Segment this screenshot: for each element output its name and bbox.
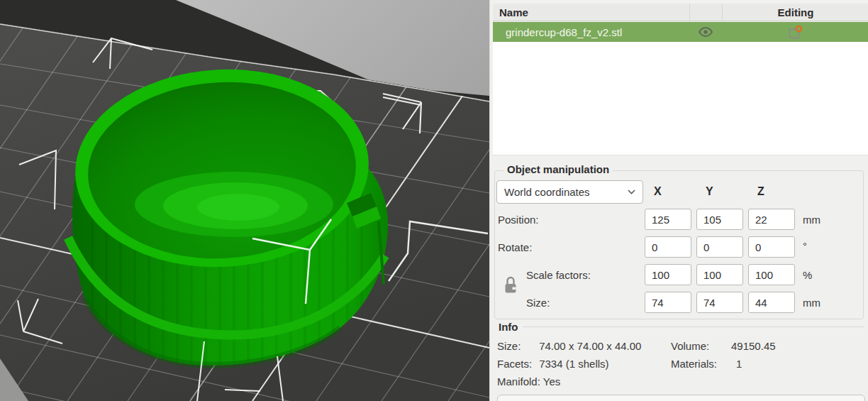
column-header-editing: Editing bbox=[722, 4, 868, 21]
info-row-facets: Facets: 7334 (1 shells) Materials: 1 bbox=[497, 358, 866, 370]
info-facets-value: 7334 (1 shells) bbox=[539, 358, 608, 370]
info-materials-label: Materials: bbox=[671, 358, 717, 370]
name-column-label: Name bbox=[499, 6, 528, 18]
size-z-input[interactable] bbox=[748, 292, 795, 313]
info-row-manifold: Manifold: Yes bbox=[497, 375, 866, 388]
slicer-window: Name Editing grindercup-d68_fz_v2.stl bbox=[0, 0, 868, 401]
object-list-empty-area[interactable] bbox=[493, 42, 868, 155]
scale-unit: % bbox=[803, 269, 812, 281]
column-header-name: Name bbox=[493, 4, 689, 21]
info-facets-label: Facets: bbox=[497, 358, 536, 370]
3d-scene[interactable] bbox=[0, 0, 489, 401]
cup-floor-highlight bbox=[197, 194, 279, 221]
info-size-label: Size: bbox=[497, 340, 536, 352]
rotate-z-input[interactable] bbox=[748, 236, 795, 258]
info-volume-value: 49150.45 bbox=[731, 340, 776, 352]
position-z-input[interactable] bbox=[748, 209, 795, 230]
object-manipulation-title: Object manipulation bbox=[503, 163, 613, 175]
size-unit: mm bbox=[803, 297, 820, 309]
position-unit: mm bbox=[803, 214, 820, 226]
layer-editing-toggle[interactable] bbox=[722, 26, 868, 39]
right-sidebar: Name Editing grindercup-d68_fz_v2.stl bbox=[489, 0, 868, 401]
info-divider bbox=[523, 326, 864, 327]
size-x-input[interactable] bbox=[645, 292, 691, 313]
visibility-toggle[interactable] bbox=[689, 27, 722, 37]
layer-edit-icon bbox=[789, 26, 803, 39]
column-header-visibility bbox=[689, 4, 722, 21]
eye-icon bbox=[698, 27, 713, 37]
3d-viewport[interactable] bbox=[0, 0, 489, 401]
info-materials-value: 1 bbox=[736, 358, 742, 370]
uniform-scale-lock[interactable] bbox=[504, 276, 517, 297]
info-title: Info bbox=[494, 321, 523, 333]
size-label: Size: bbox=[526, 297, 550, 309]
info-section-header: Info bbox=[494, 321, 864, 333]
info-size-value: 74.00 x 74.00 x 44.00 bbox=[539, 340, 641, 352]
axis-header-y: Y bbox=[706, 185, 713, 198]
rotate-x-input[interactable] bbox=[645, 236, 691, 258]
model-grindercup[interactable] bbox=[68, 62, 388, 369]
scale-x-input[interactable] bbox=[645, 264, 691, 285]
scale-y-input[interactable] bbox=[696, 264, 743, 285]
lock-icon bbox=[504, 276, 517, 295]
position-y-input[interactable] bbox=[696, 209, 743, 230]
object-manipulation-group: Object manipulation World coordinates X … bbox=[494, 170, 864, 319]
coordinate-system-select[interactable]: World coordinates bbox=[496, 180, 643, 204]
object-list-row-selected[interactable]: grindercup-d68_fz_v2.stl bbox=[493, 22, 868, 42]
coordinate-system-value: World coordinates bbox=[504, 186, 628, 198]
rotate-unit: ° bbox=[803, 240, 807, 252]
position-label: Position: bbox=[498, 214, 539, 226]
size-y-input[interactable] bbox=[696, 292, 743, 313]
info-row-size: Size: 74.00 x 74.00 x 44.00 Volume: 4915… bbox=[497, 340, 866, 352]
info-volume-label: Volume: bbox=[671, 340, 709, 352]
rotate-y-input[interactable] bbox=[696, 236, 743, 258]
next-panel-partial bbox=[497, 395, 865, 401]
object-list-header: Name Editing bbox=[493, 4, 868, 21]
scale-label: Scale factors: bbox=[526, 269, 591, 281]
editing-column-label: Editing bbox=[778, 6, 814, 18]
info-manifold-value: Yes bbox=[543, 375, 560, 388]
chevron-down-icon bbox=[628, 189, 635, 194]
info-manifold-label: Manifold: bbox=[497, 375, 540, 388]
position-x-input[interactable] bbox=[645, 209, 691, 230]
axis-header-z: Z bbox=[757, 185, 764, 198]
scale-z-input[interactable] bbox=[748, 264, 795, 285]
object-name: grindercup-d68_fz_v2.stl bbox=[493, 26, 689, 38]
axis-header-x: X bbox=[654, 185, 662, 198]
rotate-label: Rotate: bbox=[498, 241, 532, 253]
